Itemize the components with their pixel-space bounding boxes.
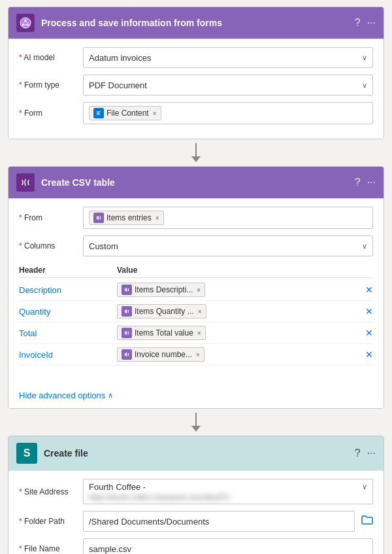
col-name-total: Total — [19, 328, 117, 338]
form-type-chevron: ∨ — [362, 81, 367, 90]
file-name-input[interactable]: sample.csv — [83, 538, 373, 554]
file-name-row: * File Name sample.csv — [19, 538, 373, 554]
form-type-value: PDF Document — [89, 80, 147, 90]
advanced-toggle-label: Hide advanced options — [19, 390, 105, 400]
site-address-dropdown[interactable]: Fourth Coffee - ∨ https://fourth-coffee.… — [83, 479, 373, 504]
columns-label: * Columns — [19, 241, 78, 251]
columns-value: Custom — [89, 241, 118, 251]
folder-browse-icon[interactable] — [361, 515, 373, 528]
svg-point-0 — [20, 18, 31, 28]
col-chip-close-invoiceid[interactable]: × — [196, 351, 200, 358]
col-name-invoiceid: InvoiceId — [19, 350, 117, 360]
col-chip-close-description[interactable]: × — [197, 286, 201, 294]
svg-rect-12 — [123, 329, 131, 337]
arrow-line-2 — [195, 413, 197, 426]
col-value-description: Items Descripti... × — [117, 283, 361, 297]
col-chip-icon-invoiceid — [122, 349, 132, 360]
col-chip-description: Items Descripti... × — [117, 283, 205, 297]
from-chip-close[interactable]: × — [155, 215, 159, 222]
site-address-blurred: https://fourth-coffee.sharepoint.com/sit… — [89, 493, 230, 501]
card3-title: Create file — [44, 448, 348, 459]
card2-title: Create CSV table — [41, 177, 348, 188]
card2-help-icon[interactable]: ? — [355, 177, 361, 188]
col-delete-total[interactable]: ✕ — [365, 328, 373, 338]
card2-actions: ? ··· — [355, 177, 376, 188]
card-csv-table: Create CSV table ? ··· * From — [8, 166, 384, 409]
folder-path-row: * Folder Path /Shared Documents/Document… — [19, 511, 373, 532]
ai-model-value: Adatum invoices — [89, 53, 151, 63]
arrow-head-2 — [191, 426, 201, 432]
ai-model-row: * AI model Adatum invoices ∨ — [19, 47, 373, 68]
folder-path-label: * Folder Path — [19, 517, 78, 526]
col-chip-quantity: Items Quantity ... × — [117, 304, 206, 319]
col-chip-label-total: Items Total value — [135, 328, 193, 338]
from-row: * From Items entries × — [19, 207, 373, 229]
column-row-total: Total Items Total value × ✕ — [19, 322, 373, 344]
site-address-chevron: ∨ — [362, 483, 367, 491]
site-address-row: * Site Address Fourth Coffee - ∨ https:/… — [19, 479, 373, 504]
folder-path-input[interactable]: /Shared Documents/Documents — [83, 511, 355, 532]
col-delete-invoiceid[interactable]: ✕ — [365, 349, 373, 360]
card3-icon: S — [16, 443, 37, 464]
form-input[interactable]: File Content × — [83, 102, 373, 124]
col-chip-icon-description — [122, 285, 132, 295]
chevron-up-icon: ∧ — [108, 391, 113, 400]
svg-rect-10 — [123, 286, 131, 294]
card1-more-icon[interactable]: ··· — [367, 18, 376, 28]
ai-model-dropdown[interactable]: Adatum invoices ∨ — [83, 47, 373, 68]
column-row-description: Description Items Descripti... × ✕ — [19, 279, 373, 301]
from-chip: Items entries × — [89, 211, 164, 225]
card1-body: * AI model Adatum invoices ∨ * Form type… — [8, 39, 384, 139]
col-chip-label-invoiceid: Invoice numbe... — [135, 350, 192, 359]
svg-rect-13 — [123, 351, 131, 358]
col-chip-icon-quantity — [122, 306, 132, 317]
col-value-invoiceid: Invoice numbe... × — [117, 347, 361, 362]
column-row-invoiceid: InvoiceId Invoice numbe... × ✕ — [19, 344, 373, 366]
columns-section: Header Value Description Items Descripti… — [19, 263, 373, 384]
col-value-total: Items Total value × — [117, 326, 361, 340]
card3-help-icon[interactable]: ? — [355, 448, 361, 459]
card3-more-icon[interactable]: ··· — [367, 448, 376, 459]
columns-chevron: ∨ — [362, 242, 367, 251]
form-chip-icon — [93, 108, 104, 118]
ai-model-chevron: ∨ — [362, 54, 367, 62]
card1-title: Process and save information from forms — [41, 18, 348, 28]
from-chip-icon — [93, 213, 104, 223]
col-name-quantity: Quantity — [19, 307, 117, 317]
from-input[interactable]: Items entries × — [83, 207, 373, 229]
col-chip-icon-total — [122, 328, 132, 338]
card1-actions: ? ··· — [355, 18, 376, 28]
svg-rect-8 — [20, 177, 31, 188]
form-type-dropdown[interactable]: PDF Document ∨ — [83, 75, 373, 95]
col-delete-quantity[interactable]: ✕ — [365, 306, 373, 317]
card-process-forms: Process and save information from forms … — [8, 7, 384, 139]
card1-help-icon[interactable]: ? — [355, 18, 361, 28]
arrow-line-1 — [195, 143, 197, 156]
col-chip-label-description: Items Descripti... — [135, 285, 193, 294]
col-name-description: Description — [19, 285, 117, 295]
card2-more-icon[interactable]: ··· — [367, 177, 376, 188]
card3-header: S Create file ? ··· — [8, 436, 384, 471]
form-chip: File Content × — [89, 106, 161, 120]
card1-header: Process and save information from forms … — [8, 7, 384, 39]
arrow-connector-2 — [191, 409, 201, 436]
card2-header: Create CSV table ? ··· — [8, 167, 384, 199]
card2-body: * From Items entries × — [8, 199, 384, 408]
arrow-connector-1 — [191, 139, 201, 166]
col-chip-invoiceid: Invoice numbe... × — [117, 347, 204, 362]
form-label: * Form — [19, 109, 78, 118]
column-row-quantity: Quantity Items Quantity ... × ✕ — [19, 301, 373, 322]
col-chip-close-total[interactable]: × — [197, 330, 201, 337]
col-header-value: Value — [117, 266, 373, 275]
col-chip-close-quantity[interactable]: × — [198, 308, 202, 315]
from-chip-label: Items entries — [106, 213, 152, 222]
folder-path-value: /Shared Documents/Documents — [89, 517, 209, 527]
form-chip-close[interactable]: × — [153, 110, 157, 117]
col-delete-description[interactable]: ✕ — [365, 285, 373, 295]
file-name-label: * File Name — [19, 544, 78, 553]
columns-dropdown[interactable]: Custom ∨ — [83, 235, 373, 256]
sp-icon-label: S — [24, 447, 31, 459]
csv-icon — [20, 177, 31, 188]
svg-rect-9 — [95, 214, 103, 222]
advanced-toggle[interactable]: Hide advanced options ∧ — [19, 390, 373, 400]
